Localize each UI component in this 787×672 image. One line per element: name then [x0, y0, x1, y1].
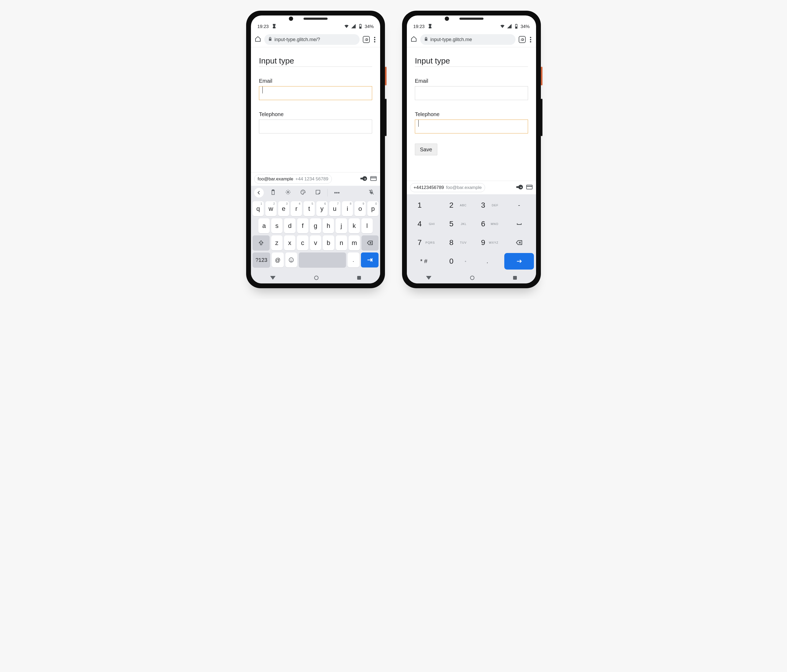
sticker-icon[interactable] [312, 189, 324, 196]
palette-icon[interactable] [297, 189, 308, 196]
home-icon[interactable] [255, 36, 261, 43]
at-key[interactable]: @ [272, 252, 283, 267]
key-.[interactable]: . [473, 253, 502, 270]
key-1[interactable]: 1 [409, 197, 439, 213]
key-x[interactable]: x [284, 235, 295, 250]
nav-back[interactable] [270, 276, 275, 280]
emoji-key[interactable] [285, 252, 297, 267]
key-4[interactable]: 4GHI [409, 216, 439, 232]
key-t[interactable]: t5 [303, 201, 315, 216]
key-e[interactable]: e3 [278, 201, 289, 216]
nav-recent[interactable] [513, 276, 517, 280]
key-b[interactable]: b [323, 235, 334, 250]
page-content: Input type Email Telephone Save [251, 47, 380, 172]
key-h[interactable]: h [323, 218, 334, 233]
email-field[interactable] [259, 86, 372, 100]
key-2[interactable]: 2ABC [441, 197, 470, 213]
battery-icon [358, 24, 363, 30]
key-y[interactable]: y6 [316, 201, 327, 216]
telephone-field[interactable] [259, 120, 372, 133]
backspace-key[interactable] [362, 235, 379, 250]
overflow-menu[interactable] [373, 36, 376, 44]
address-bar[interactable]: input-type.glitch.me/? [264, 34, 360, 45]
key-3[interactable]: 3DEF [473, 197, 502, 213]
autofill-secondary: +44 1234 56789 [296, 177, 329, 182]
key-7[interactable]: 7PQRS [409, 234, 439, 251]
wifi-icon [500, 24, 505, 30]
key-9[interactable]: 9WXYZ [473, 234, 502, 251]
key-* #[interactable]: * # [409, 253, 439, 270]
key-icon[interactable] [516, 184, 523, 192]
autofill-suggestion[interactable]: foo@bar.example +44 1234 56789 [254, 175, 332, 184]
symbols-key[interactable]: ?123 [253, 252, 270, 267]
key-i[interactable]: i8 [342, 201, 353, 216]
signal-icon [507, 24, 512, 30]
key-l[interactable]: l [362, 218, 373, 233]
key-0[interactable]: 0+ [441, 253, 470, 270]
email-field[interactable] [415, 86, 528, 100]
key-m[interactable]: m [349, 235, 360, 250]
key-j[interactable]: j [335, 218, 347, 233]
home-icon[interactable] [411, 36, 417, 43]
tab-switcher[interactable]: :D [363, 36, 370, 43]
key-g[interactable]: g [310, 218, 321, 233]
key-s[interactable]: s [271, 218, 283, 233]
address-bar[interactable]: input-type.glitch.me [420, 34, 515, 45]
svg-point-3 [302, 191, 302, 192]
key-u[interactable]: u7 [329, 201, 340, 216]
key-n[interactable]: n [336, 235, 347, 250]
page-title: Input type [259, 56, 372, 67]
period-key[interactable]: . [348, 252, 359, 267]
key-r[interactable]: r4 [291, 201, 302, 216]
key-v[interactable]: v [310, 235, 321, 250]
key-8[interactable]: 8TUV [441, 234, 470, 251]
key-z[interactable]: z [271, 235, 283, 250]
status-bar: 19:23 34% [407, 21, 536, 32]
key--[interactable]: - [504, 197, 534, 213]
more-icon[interactable]: ••• [331, 190, 343, 196]
nav-home[interactable] [314, 276, 318, 280]
autofill-suggestion[interactable]: +44123456789 foo@bar.example [410, 183, 485, 192]
key-q[interactable]: q1 [253, 201, 264, 216]
telephone-field[interactable] [415, 120, 528, 133]
system-nav [251, 272, 380, 284]
space-key[interactable] [504, 216, 534, 232]
phone-left: 19:23 34% [246, 11, 385, 288]
card-icon[interactable] [526, 184, 533, 192]
key-w[interactable]: w2 [265, 201, 277, 216]
space-key[interactable] [299, 252, 346, 267]
overflow-menu[interactable] [529, 36, 532, 44]
enter-key[interactable] [361, 252, 379, 267]
tab-switcher[interactable]: :D [519, 36, 526, 43]
key-icon[interactable] [360, 175, 367, 183]
save-button[interactable]: Save [415, 144, 437, 155]
url-text: input-type.glitch.me [430, 37, 472, 43]
clock: 19:23 [413, 24, 425, 29]
svg-point-5 [303, 191, 304, 192]
browser-toolbar: input-type.glitch.me/? :D [251, 32, 380, 47]
key-f[interactable]: f [297, 218, 308, 233]
nav-back[interactable] [426, 276, 431, 280]
svg-point-6 [289, 258, 293, 262]
nav-home[interactable] [470, 276, 474, 280]
mic-off-icon[interactable] [366, 189, 377, 196]
key-d[interactable]: d [284, 218, 295, 233]
backspace-key[interactable] [504, 234, 534, 251]
nav-recent[interactable] [357, 276, 361, 280]
svg-rect-0 [371, 177, 376, 180]
autofill-primary: foo@bar.example [258, 177, 293, 182]
key-p[interactable]: p0 [367, 201, 379, 216]
shift-key[interactable] [253, 235, 270, 250]
numeric-keyboard: 12ABC3DEF-4GHI5JKL6MNO7PQRS8TUV9WXYZ* #0… [407, 194, 536, 272]
key-5[interactable]: 5JKL [441, 216, 470, 232]
clipboard-icon[interactable] [267, 189, 279, 196]
card-icon[interactable] [370, 175, 377, 183]
key-o[interactable]: o9 [354, 201, 366, 216]
key-a[interactable]: a [258, 218, 270, 233]
enter-key[interactable] [504, 253, 534, 270]
key-6[interactable]: 6MNO [473, 216, 502, 232]
key-k[interactable]: k [349, 218, 360, 233]
gear-icon[interactable] [283, 189, 294, 196]
back-icon[interactable] [254, 188, 264, 197]
key-c[interactable]: c [297, 235, 308, 250]
